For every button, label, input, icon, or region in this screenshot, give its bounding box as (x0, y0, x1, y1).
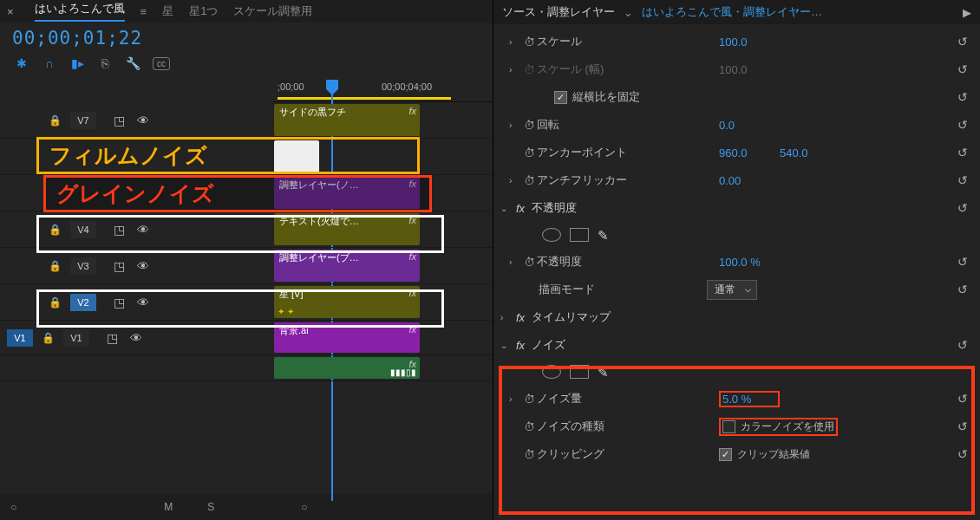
pen-mask-icon[interactable]: ✎ (598, 228, 617, 242)
section-opacity[interactable]: ⌄ fx 不透明度 ↺ (493, 194, 980, 222)
chevron-down-icon[interactable]: ⌄ (500, 341, 513, 350)
checkbox-uniform-scale[interactable]: ✓ (554, 91, 567, 104)
prop-label: アンチフリッカー (537, 172, 719, 188)
stopwatch-icon[interactable]: ⏱ (521, 256, 537, 269)
sync-lock-icon[interactable]: ◳ (107, 331, 118, 345)
link-icon[interactable]: ⎘ (97, 55, 113, 71)
chevron-right-icon[interactable]: › (509, 65, 521, 75)
work-area-bar[interactable] (278, 97, 451, 100)
prop-value: 100.0 (719, 63, 780, 76)
reset-icon[interactable]: ↺ (957, 173, 968, 187)
wrench-icon[interactable]: 🔧 (125, 55, 140, 71)
annotation-film-noise: フィルムノイズ (36, 137, 420, 174)
chevron-down-icon[interactable]: ⌄ (500, 204, 513, 213)
reset-icon[interactable]: ↺ (957, 118, 968, 132)
scroll-handle-left[interactable]: ○ (10, 501, 16, 513)
effect-controls-panel: ソース・調整レイヤー ⌄ はいよろこんで風・調整レイヤー… ▶ › ⏱ スケール… (493, 0, 980, 520)
ruler-tick-0: ;00;00 (278, 81, 304, 92)
prop-value[interactable]: 0.0 (719, 119, 780, 132)
clip-label: サイドの黒フチ (279, 106, 346, 119)
prop-value[interactable]: 100.0 (719, 36, 780, 49)
prop-label: スケール (537, 34, 719, 49)
marker-icon[interactable]: ▮▸ (69, 55, 85, 71)
scroll-handle-right[interactable]: ○ (301, 501, 307, 513)
prop-value[interactable]: 100.0 % (719, 256, 780, 269)
effect-controls-header: ソース・調整レイヤー ⌄ はいよろこんで風・調整レイヤー… ▶ (493, 0, 980, 24)
reset-icon[interactable]: ↺ (957, 62, 968, 76)
chevron-right-icon[interactable]: › (500, 313, 513, 322)
lock-icon[interactable]: 🔒 (49, 260, 62, 272)
stopwatch-icon[interactable]: ⏱ (521, 36, 537, 49)
tab-hoshi1[interactable]: 星1つ (189, 3, 218, 19)
highlight-box-v2 (36, 289, 444, 328)
ellipse-mask-icon[interactable] (542, 228, 561, 242)
chevron-right-icon[interactable]: › (509, 37, 521, 47)
track-label-v7[interactable]: V7 (70, 112, 96, 129)
highlight-box-v4 (36, 215, 444, 253)
clip-audio[interactable]: ▮▮▮▯▮ fx (274, 357, 420, 379)
section-timeremap[interactable]: › fx タイムリマップ (493, 303, 980, 331)
reset-icon[interactable]: ↺ (957, 90, 968, 104)
play-icon[interactable]: ▶ (963, 6, 971, 19)
captions-icon[interactable]: cc (153, 57, 170, 70)
timecode-display[interactable]: 00;00;01;22 (12, 28, 142, 49)
chevron-right-icon[interactable]: › (509, 176, 521, 185)
sequence-link[interactable]: はいよろこんで風・調整レイヤー… (642, 4, 822, 20)
sync-lock-icon[interactable]: ◳ (114, 114, 125, 127)
prop-uniform-scale: ✓ 縦横比を固定 ↺ (493, 83, 980, 111)
source-label[interactable]: ソース・調整レイヤー (502, 4, 615, 20)
stopwatch-icon[interactable]: ⏱ (521, 174, 537, 187)
prop-anchor: ⏱ アンカーポイント 960.0 540.0 ↺ (493, 139, 980, 166)
stopwatch-icon[interactable]: ⏱ (521, 146, 537, 159)
blend-mode-dropdown[interactable]: 通常 (707, 280, 757, 300)
lock-icon[interactable]: 🔒 (42, 332, 55, 344)
time-ruler[interactable]: ;00;00 00;00;04;00 (274, 78, 493, 102)
ruler-tick-1: 00;00;04;00 (382, 81, 432, 92)
section-label: ノイズ (532, 337, 565, 353)
prop-value-x[interactable]: 960.0 (719, 146, 780, 159)
tab-active[interactable]: はいよろこんで風 (35, 1, 125, 22)
clip-adjustment-blur[interactable]: 調整レイヤー(ブ… fx (274, 250, 420, 282)
tab-hoshi[interactable]: 星 (162, 3, 173, 19)
fx-icon[interactable]: fx (516, 311, 525, 324)
magnet-icon[interactable]: ∩ (42, 55, 57, 71)
tab-menu-icon[interactable]: ≡ (140, 5, 147, 18)
prop-value[interactable]: 0.00 (719, 174, 780, 187)
reset-icon[interactable]: ↺ (957, 35, 968, 49)
prop-value-y[interactable]: 540.0 (780, 146, 840, 159)
sync-lock-icon[interactable]: ◳ (114, 259, 125, 273)
clip-side-fuchi[interactable]: サイドの黒フチ fx (274, 104, 420, 136)
chevron-right-icon[interactable]: › (509, 257, 521, 267)
mask-tools: ✎ (493, 222, 980, 248)
fx-icon[interactable]: fx (516, 339, 525, 352)
prop-label: 描画モード (539, 282, 707, 297)
track-label-v3[interactable]: V3 (70, 257, 96, 275)
tracks-area: 🔒 V7 ◳👁 サイドの黒フチ fx FC102.mp4 [V] fx (0, 102, 493, 494)
track-target-v1[interactable]: V1 (7, 329, 33, 347)
eye-icon[interactable]: 👁 (137, 259, 149, 273)
reset-icon[interactable]: ↺ (957, 146, 968, 159)
chevron-down-icon[interactable]: ⌄ (624, 6, 633, 19)
eye-icon[interactable]: 👁 (137, 114, 149, 127)
lock-icon[interactable]: 🔒 (49, 114, 62, 127)
chevron-right-icon[interactable]: › (509, 120, 521, 130)
eye-icon[interactable]: 👁 (130, 331, 142, 345)
close-icon[interactable]: × (7, 5, 14, 18)
rect-mask-icon[interactable] (570, 228, 589, 242)
stopwatch-icon[interactable]: ⏱ (521, 119, 537, 132)
tab-scale[interactable]: スケール調整用 (233, 3, 312, 19)
sequence-tabs: × はいよろこんで風 ≡ 星 星1つ スケール調整用 (0, 0, 493, 23)
reset-icon[interactable]: ↺ (957, 283, 968, 296)
mute-label[interactable]: M (164, 501, 173, 513)
reset-icon[interactable]: ↺ (957, 201, 968, 215)
track-row-v3: 🔒 V3 ◳👁 調整レイヤー(ブ… fx (0, 248, 493, 284)
reset-icon[interactable]: ↺ (957, 255, 968, 269)
track-label-v1[interactable]: V1 (63, 329, 89, 347)
fx-icon[interactable]: fx (516, 202, 525, 215)
solo-label[interactable]: S (207, 501, 214, 513)
reset-icon[interactable]: ↺ (957, 338, 968, 352)
section-noise[interactable]: ⌄ fx ノイズ ↺ (493, 331, 980, 359)
prop-label: 縦横比を固定 (572, 89, 755, 105)
snap-icon[interactable]: ✱ (14, 55, 29, 71)
timeline-toolbar: ✱ ∩ ▮▸ ⎘ 🔧 cc (0, 49, 493, 78)
